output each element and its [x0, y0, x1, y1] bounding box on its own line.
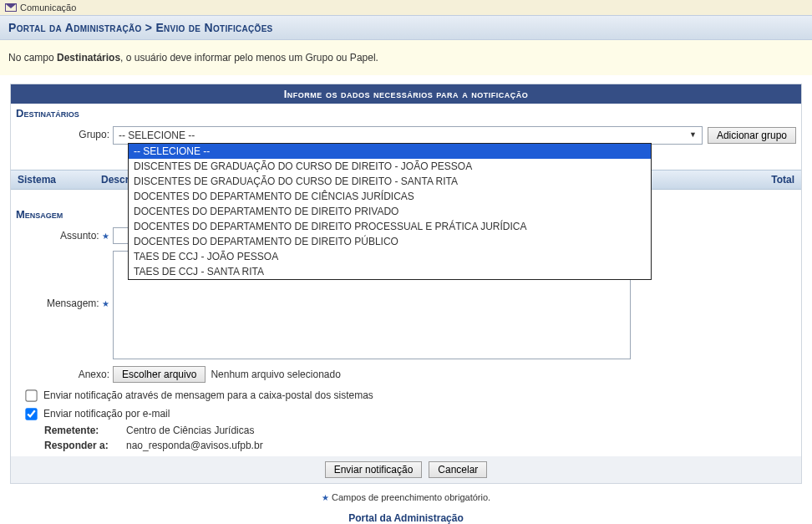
grupo-option[interactable]: DOCENTES DO DEPARTAMENTO DE DIREITO PÚBL… [129, 234, 651, 249]
remetente-label: Remetente: [44, 425, 121, 436]
responder-label: Responder a: [44, 440, 121, 451]
chk-caixa-row: Enviar notificação através de mensagem p… [11, 386, 801, 404]
required-note-text: Campos de preenchimento obrigatório. [332, 492, 490, 502]
footer-link[interactable]: Portal da Administração [0, 509, 812, 524]
form-title: Informe os dados necessários para a noti… [11, 84, 801, 104]
grupo-option[interactable]: DISCENTES DE GRADUAÇÃO DO CURSO DE DIREI… [129, 159, 651, 174]
required-note: ★ Campos de preenchimento obrigatório. [0, 486, 812, 509]
required-star-icon: ★ [322, 493, 329, 502]
remetente-row: Remetente: Centro de Ciências Jurídicas [11, 423, 801, 438]
anexo-row: Anexo: Escolher arquivo Nenhum arquivo s… [11, 363, 801, 386]
hint-bold: Destinatários [57, 52, 120, 64]
cancelar-button[interactable]: Cancelar [429, 461, 487, 478]
grupo-option[interactable]: DOCENTES DO DEPARTAMENTO DE DIREITO PRIV… [129, 204, 651, 219]
chk-email-row: Enviar notificação por e-mail [11, 404, 801, 423]
assunto-label: Assunto: [60, 230, 99, 242]
hint-message: No campo Destinatários, o usuário deve i… [0, 40, 812, 75]
responder-value: nao_responda@avisos.ufpb.br [126, 440, 263, 451]
breadcrumb: Portal da Administração > Envio de Notif… [0, 15, 812, 40]
grupo-select[interactable]: -- SELECIONE -- [113, 126, 703, 145]
remetente-value: Centro de Ciências Jurídicas [126, 425, 254, 436]
grupo-option[interactable]: TAES DE CCJ - JOÃO PESSOA [129, 249, 651, 264]
section-destinatarios: Destinatários [11, 104, 801, 123]
chk-email-label: Enviar notificação por e-mail [43, 408, 170, 420]
adicionar-grupo-button[interactable]: Adicionar grupo [708, 127, 796, 144]
grupo-label: Grupo: [16, 126, 113, 140]
col-total: Total [718, 170, 801, 189]
grupo-option[interactable]: DISCENTES DE GRADUAÇÃO DO CURSO DE DIREI… [129, 174, 651, 189]
enviar-button[interactable]: Enviar notificação [325, 461, 423, 478]
grupo-option[interactable]: DOCENTES DO DEPARTAMENTO DE DIREITO PROC… [129, 219, 651, 234]
grupo-option-selected[interactable]: -- SELECIONE -- [129, 144, 651, 159]
mail-icon [5, 3, 17, 12]
form-container: Informe os dados necessários para a noti… [10, 84, 802, 484]
no-file-text: Nenhum arquivo selecionado [211, 369, 340, 380]
required-star-icon: ★ [102, 231, 109, 241]
header-title: Comunicação [20, 3, 76, 13]
mensagem-label: Mensagem: [47, 298, 99, 309]
grupo-option[interactable]: TAES DE CCJ - SANTA RITA [129, 264, 651, 279]
col-sistema: Sistema [11, 170, 94, 189]
choose-file-button[interactable]: Escolher arquivo [113, 366, 206, 383]
chk-caixa-postal[interactable] [25, 389, 37, 401]
chk-email[interactable] [25, 408, 37, 420]
grupo-dropdown[interactable]: -- SELECIONE -- DISCENTES DE GRADUAÇÃO D… [128, 143, 652, 280]
grupo-option[interactable]: DOCENTES DO DEPARTAMENTO DE CIÊNCIAS JUR… [129, 189, 651, 204]
header-bar: Comunicação [0, 0, 812, 15]
breadcrumb-text: Portal da Administração > Envio de Notif… [8, 21, 273, 34]
hint-suffix: , o usuário deve informar pelo menos um … [120, 52, 378, 64]
required-star-icon: ★ [102, 299, 109, 308]
actions-bar: Enviar notificação Cancelar [11, 456, 801, 483]
responder-row: Responder a: nao_responda@avisos.ufpb.br [11, 438, 801, 456]
anexo-label: Anexo: [16, 366, 113, 380]
hint-prefix: No campo [8, 52, 57, 64]
grupo-row: Grupo: -- SELECIONE -- Adicionar grupo -… [11, 123, 801, 148]
chk-caixa-label: Enviar notificação através de mensagem p… [43, 389, 373, 401]
